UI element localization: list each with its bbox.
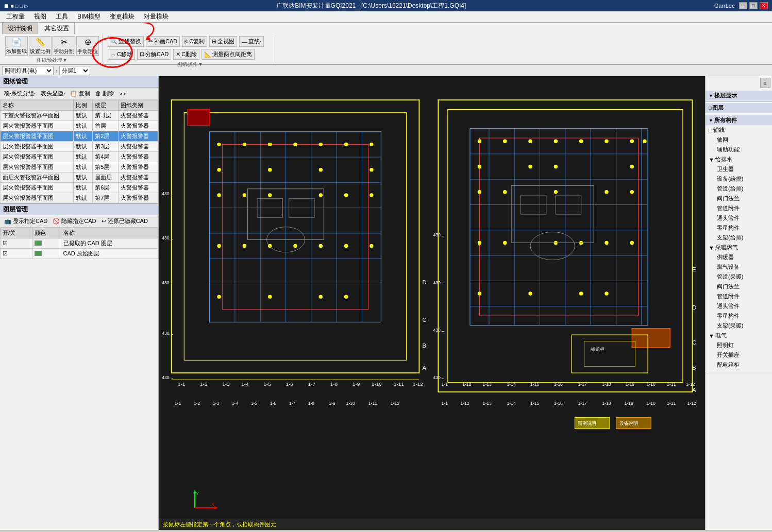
table-row[interactable]: 层火管报警器平面图 默认 第5层 火警报警器 (1, 162, 158, 173)
switch-socket-item[interactable]: 开关插座 (714, 350, 772, 360)
project-system-group-button[interactable]: 项·系统分组· (2, 89, 38, 98)
table-row[interactable]: 层火管报警器平面图 默认 第4层 火警报警器 (1, 152, 158, 162)
tee-heating-item[interactable]: 通头管件 (714, 301, 772, 311)
menu-bimmodel[interactable]: BIM模型 (73, 11, 105, 22)
more-drawing-button[interactable]: >> (117, 90, 128, 97)
operations-group-label: 图纸操作▼ (177, 61, 203, 68)
delete-drawing-button[interactable]: 🗑 删除 (93, 89, 116, 98)
svg-text:430...: 430... (433, 232, 444, 237)
water-drainage-item[interactable]: ▼ 给排水 (706, 155, 772, 164)
table-row[interactable]: 层火警报警器平面图 默认 首层 火警报警器 (1, 121, 158, 131)
gas-equipment-item[interactable]: 燃气设备 (714, 262, 772, 272)
valve-water-item[interactable]: 阀门法兰 (714, 194, 772, 203)
lighting-label: 照明灯 (717, 341, 734, 349)
close-button[interactable]: ✕ (760, 2, 768, 9)
tool-group-operations: 🔍查找替换 ✏补画CAD ⎘C复制 ⊞全视图 —直线· ↔C移动 (105, 35, 276, 63)
drawing-floor-cell: 屋面层 (93, 173, 119, 183)
tee-water-item[interactable]: 通头管件 (714, 213, 772, 223)
svg-text:430...: 430... (433, 328, 444, 333)
tab-design-notes[interactable]: 设计说明 (2, 23, 38, 34)
misc-water-item[interactable]: 零星构件 (714, 223, 772, 233)
electrical-item[interactable]: ▼ 电气 (706, 331, 772, 340)
layer-expand-icon: □ (709, 106, 711, 111)
minimize-button[interactable]: — (739, 2, 747, 9)
heater-item[interactable]: 供暖器 (714, 252, 772, 262)
c-copy-button[interactable]: ⎘C复制 (182, 36, 207, 47)
table-row[interactable]: 层火管报警器平面图 默认 第3层 火警报警器 (1, 142, 158, 152)
table-row[interactable]: 层火警报警器平面图 默认 第2层 火警报警器 (1, 131, 158, 142)
heating-gas-item[interactable]: ▼ 采暖燃气 (706, 243, 772, 252)
svg-point-119 (554, 190, 558, 194)
supplement-cad-button[interactable]: ✏补画CAD (146, 36, 180, 47)
full-view-button[interactable]: ⊞全视图 (209, 36, 237, 47)
sanitary-item[interactable]: 卫生器 (714, 164, 772, 174)
svg-text:1-14: 1-14 (507, 401, 515, 406)
switch-socket-label: 开关插座 (717, 351, 740, 359)
drawing-floor-cell: 第-1层 (93, 111, 119, 121)
svg-point-69 (344, 295, 348, 298)
set-scale-button[interactable]: 📏 设置比例 (29, 36, 52, 56)
svg-point-109 (579, 140, 583, 143)
svg-text:A: A (692, 387, 696, 393)
svg-point-131 (605, 291, 608, 295)
support-water-item[interactable]: 支架(给排) (714, 233, 772, 243)
layer-filter-select[interactable]: 分层1 (59, 66, 90, 75)
menu-shitu[interactable]: 视图 (30, 11, 51, 22)
add-drawing-button[interactable]: 📄 添加图纸 (5, 36, 28, 56)
pipe-water-label: 管道(给排) (717, 185, 743, 193)
pipe-attach-heating-item[interactable]: 管道附件 (714, 291, 772, 301)
c-move-button[interactable]: ↔C移动 (108, 49, 135, 60)
table-row[interactable]: 面层火管报警器平面图 默认 屋面层 火警报警器 (1, 173, 158, 183)
tab-other-settings[interactable]: 其它设置 (39, 23, 75, 34)
drawing-name-cell: 面层火管报警器平面图 (1, 173, 74, 183)
line-button[interactable]: —直线· (239, 36, 264, 47)
aux-lines-item[interactable]: □ 辅线 (706, 125, 772, 135)
pipe-attach-water-item[interactable]: 管道附件 (714, 203, 772, 213)
measure-distance-button[interactable]: 📐测量两点间距离 (202, 49, 255, 60)
search-replace-button[interactable]: 🔍查找替换 (108, 36, 144, 47)
svg-text:1-11: 1-11 (368, 401, 377, 406)
electrical-expand: ▼ (709, 333, 714, 339)
pipe-water-item[interactable]: 管道(给排) (714, 184, 772, 194)
table-row[interactable]: 层火管报警器平面图 默认 第7层 火警报警器 (1, 193, 158, 203)
manual-position-button[interactable]: ⊕ 手动定位 (76, 36, 99, 56)
window-controls[interactable]: — □ ✕ (739, 2, 768, 9)
valve-heating-item[interactable]: 阀门法兰 (714, 282, 772, 291)
floor-expand-icon: ▼ (709, 93, 713, 98)
hide-specified-cad-button[interactable]: 🚫 隐藏指定CAD (51, 217, 98, 226)
decompose-cad-icon: ⊡ (140, 51, 144, 58)
layer-row[interactable]: ☑ CAD 原始图层 (1, 249, 158, 259)
floor-display-section: ▼ 楼层显示 (706, 90, 772, 102)
equipment-water-item[interactable]: 设备(给排) (714, 174, 772, 184)
pipe-heating-item[interactable]: 管道(采暖) (714, 272, 772, 282)
layer-name-cell: 已提取的 CAD 图层 (61, 238, 158, 249)
menu-duiliangmokuai[interactable]: 对量模块 (140, 11, 173, 22)
axis-grid-item[interactable]: 轴网 (714, 135, 772, 145)
aux-function-item[interactable]: 辅助功能 (714, 145, 772, 155)
manual-split-button[interactable]: ✂ 手动分割 (53, 36, 75, 56)
support-heating-item[interactable]: 支架(采暖) (714, 321, 772, 331)
menu-gongju[interactable]: 工具 (52, 11, 72, 22)
copy-drawing-button[interactable]: 📋 复制 (68, 89, 92, 98)
svg-rect-74 (187, 110, 209, 126)
svg-text:1-9: 1-9 (329, 401, 335, 406)
cad-canvas[interactable]: 1-1 1-2 1-3 1-4 1-5 1-6 1-7 1-8 1-9 1-10… (159, 76, 705, 530)
layer-row[interactable]: ☑ 已提取的 CAD 图层 (1, 238, 158, 249)
restore-hidden-cad-button[interactable]: ↩ 还原已隐藏CAD (99, 217, 150, 226)
svg-point-108 (554, 140, 558, 143)
maximize-button[interactable]: □ (749, 2, 758, 9)
component-filter-select[interactable]: 照明灯具(电) (2, 66, 54, 75)
table-row[interactable]: 下室火警报警器平面图 默认 第-1层 火警报警器 (1, 111, 158, 121)
misc-heating-item[interactable]: 零星构件 (714, 311, 772, 321)
show-specified-cad-button[interactable]: 📺 显示指定CAD (2, 217, 49, 226)
menu-gongchengliang[interactable]: 工程量 (2, 11, 29, 22)
menu-biangengmokuai[interactable]: 变更模块 (106, 11, 139, 22)
show-hide-header-button[interactable]: 表头显隐· (39, 89, 67, 98)
table-row[interactable]: 层火管报警器平面图 默认 第6层 火警报警器 (1, 183, 158, 193)
distribution-box-item[interactable]: 配电箱柜 (714, 360, 772, 370)
set-scale-label: 设置比例 (30, 48, 51, 55)
lighting-item[interactable]: 照明灯 (714, 340, 772, 350)
c-delete-button[interactable]: ✕C删除 (173, 49, 199, 60)
decompose-cad-button[interactable]: ⊡分解CAD (137, 49, 171, 60)
display-settings-button[interactable]: ≡ (760, 78, 770, 88)
